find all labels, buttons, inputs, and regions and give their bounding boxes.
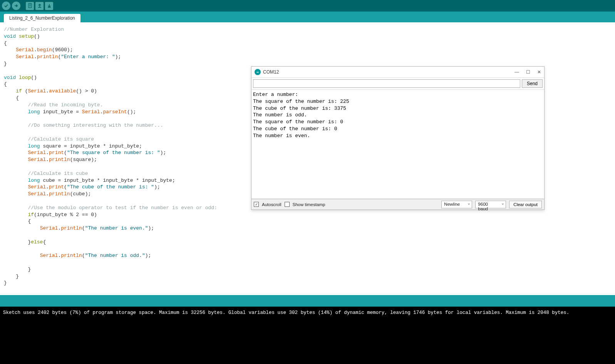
serial-monitor-titlebar[interactable]: ∞ COM12 — ☐ ✕ <box>251 67 544 78</box>
open-button[interactable] <box>35 2 44 10</box>
new-button[interactable] <box>26 2 34 10</box>
serial-footer: ✓ Autoscroll Show timestamp Newline 9600… <box>251 199 544 210</box>
minimize-button[interactable]: — <box>514 69 519 75</box>
serial-output: Enter a number: The square of the number… <box>251 90 544 199</box>
serial-send-row: Send <box>251 78 544 90</box>
serial-monitor-title: COM12 <box>263 69 279 75</box>
serial-input[interactable] <box>253 79 520 88</box>
arduino-icon: ∞ <box>255 69 261 75</box>
close-button[interactable]: ✕ <box>537 69 541 75</box>
line-ending-dropdown[interactable]: Newline <box>441 201 472 208</box>
timestamp-label: Show timestamp <box>293 202 325 207</box>
tab-sketch[interactable]: Listing_2_6_NumberExploration <box>4 14 80 22</box>
serial-send-button[interactable]: Send <box>522 79 543 88</box>
baud-dropdown[interactable]: 9600 baud <box>475 201 506 208</box>
autoscroll-label: Autoscroll <box>262 202 282 207</box>
console-header-strip <box>0 295 615 307</box>
serial-monitor-window: ∞ COM12 — ☐ ✕ Send Enter a number: The s… <box>251 66 545 210</box>
save-button[interactable] <box>45 2 53 10</box>
upload-button[interactable] <box>12 2 20 10</box>
autoscroll-checkbox[interactable]: ✓ <box>254 202 259 207</box>
toolbar <box>0 0 615 12</box>
build-console: Sketch uses 2402 bytes (7%) of program s… <box>0 307 615 364</box>
tab-bar: Listing_2_6_NumberExploration <box>0 12 615 22</box>
verify-button[interactable] <box>2 2 10 10</box>
maximize-button[interactable]: ☐ <box>526 69 530 75</box>
timestamp-checkbox[interactable] <box>285 202 290 207</box>
clear-output-button[interactable]: Clear output <box>509 201 542 208</box>
